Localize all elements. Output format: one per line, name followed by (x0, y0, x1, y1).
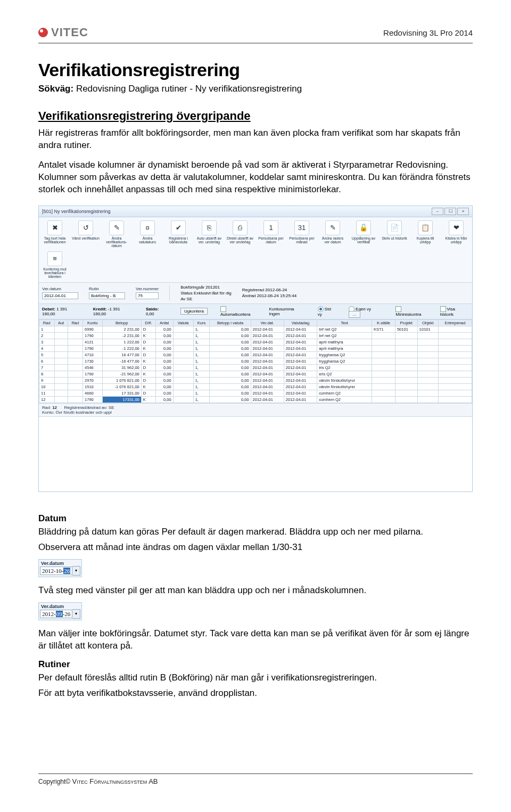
sokvag-label: Sökväg: (38, 84, 73, 94)
midsteps-paragraph: Två steg med vänster pil ger att man kan… (38, 585, 473, 597)
verdatum-input-1[interactable]: 2012-10-26 (40, 567, 72, 575)
toolbar-button[interactable]: ¤Ändra valutakurs (134, 220, 161, 248)
close-button[interactable]: × (457, 208, 469, 215)
column-header[interactable]: Rad (39, 319, 55, 326)
debet-label: Debet: (42, 307, 55, 311)
foot-konto-label: Konto: (42, 410, 54, 415)
maximize-button[interactable]: ☐ (444, 208, 456, 215)
verdatum-field-1: Ver.datum 2012-10-26 ▾ (38, 559, 82, 577)
column-header[interactable]: Rad (68, 319, 83, 326)
column-header[interactable]: Valutadag (284, 319, 317, 326)
stdvy-radio[interactable] (318, 306, 324, 312)
toolbar-icon: ✔ (171, 220, 186, 235)
toolbar-button[interactable]: ✖Tag bort hela verifikationen (41, 220, 69, 248)
column-header[interactable]: D/K (141, 319, 155, 326)
toolbar-label: Registrera i bånavsluta (164, 236, 192, 244)
minimize-button[interactable]: – (432, 208, 443, 215)
header-rule (38, 43, 473, 44)
toolbar-icon: ≡ (47, 251, 62, 266)
column-header[interactable]: Projekt (395, 319, 417, 326)
vernr-label: Ver.nummer (136, 286, 159, 291)
column-header[interactable]: Objekt (417, 319, 438, 326)
minireskontra-checkbox[interactable] (395, 306, 401, 312)
table-row[interactable]: 101510-1 076 821,00K0,001,0,002012-04-01… (39, 383, 472, 390)
column-header[interactable]: Valuta (173, 319, 193, 326)
sokvag: Sökväg: Redovisning Dagliga rutiner - Ny… (38, 84, 473, 94)
verdatum-input-2[interactable]: 2012-09-26 (40, 610, 72, 618)
kontosumma-select[interactable]: Ingen (269, 311, 279, 316)
table-row[interactable]: 11466017 331,00D0,001,0,002012-04-012012… (39, 390, 472, 396)
column-header[interactable]: Belopp i valuta (210, 319, 251, 326)
meta-bar: Ver.datum2012-04-01 RutinBokföring - B V… (39, 283, 472, 304)
autokontera-checkbox[interactable] (220, 306, 226, 312)
column-header[interactable]: Aut (54, 319, 68, 326)
rutin-input[interactable]: Bokföring - B (89, 292, 125, 299)
page-header: VITEC Redovisning 3L Pro 2014 (38, 26, 473, 39)
toolbar-button[interactable]: 1Periodisera per datum (257, 220, 285, 248)
toolbar-button[interactable]: 31Periodisera per månad (288, 220, 316, 248)
toolbar-button[interactable]: 📄Skriv ut historik (381, 220, 408, 248)
av-value: SE (187, 297, 193, 301)
table-row[interactable]: 61730-16 477,00K0,001,0,002012-04-012012… (39, 358, 472, 364)
saldo-value: 0,00 (146, 311, 154, 316)
visahistorik-checkbox[interactable] (440, 306, 446, 312)
table-row[interactable]: 5471016 477,00D0,001,0,002012-04-012012-… (39, 351, 472, 358)
footer-rule (38, 773, 473, 774)
column-header[interactable]: Antal (155, 319, 173, 326)
datum-heading: Datum (38, 513, 473, 524)
table-row[interactable]: 12179017331,00K0,001,0,002012-04-012012-… (39, 396, 472, 403)
toolbar-button[interactable]: ⎙Direkt utskrift av ver underlag (226, 220, 254, 248)
table-row[interactable]: 81790-21 962,00K0,001,0,002012-04-012012… (39, 371, 472, 377)
toolbar-label: Kontering mot leve/faktura i klienten (41, 267, 69, 279)
toolbar-button[interactable]: ❤Klistra in från urklipp (442, 220, 470, 248)
column-header[interactable]: Entrepenad (438, 319, 472, 326)
toolbar-label: Ändra valutakurs (134, 236, 161, 244)
kontosumma-label: Kontosumma (269, 307, 294, 311)
toolbar-button[interactable]: 📋Kopiera till urklipp (411, 220, 439, 248)
verdatum-dropdown-1[interactable]: ▾ (72, 566, 80, 576)
toolbar-label: Tag bort hela verifikationen (41, 236, 69, 244)
app-screenshot: [501] Ny verifikationsregistrering – ☐ ×… (38, 206, 473, 492)
data-grid[interactable]: RadAutRadKontoBeloppD/KAntalValutaKursBe… (39, 319, 472, 403)
toolbar-label: Ändra raders ver datum (319, 236, 347, 244)
column-header[interactable]: Kurs (193, 319, 210, 326)
table-row[interactable]: 169902 231,00D0,001,0,002012-04-012012-0… (39, 326, 472, 332)
toolbar-label: Kopiera till urklipp (411, 236, 439, 244)
datum-paragraph-2: Observera att månad inte ändras om dagen… (38, 542, 473, 554)
ugkontera-button[interactable]: Ugkontera (180, 308, 208, 315)
product-label: Redovisning 3L Pro 2014 (383, 28, 473, 37)
toolbar-button[interactable]: 🔓Upplåsning av verifikat (350, 220, 377, 248)
toolbar-button[interactable]: ✔Registrera i bånavsluta (164, 220, 192, 248)
toolbar-label: Skriv ut historik (382, 236, 407, 240)
table-row[interactable]: 21790-2 231,00K0,001,0,002012-04-012012-… (39, 332, 472, 339)
registrerad-label: Registrerad (242, 288, 264, 292)
column-header[interactable]: Text (317, 319, 372, 326)
andrad-label: Ändrad (242, 293, 256, 298)
toolbar-icon: 1 (263, 220, 278, 235)
toolbar-button[interactable]: ⎘Auto utskrift av ver. underlag (195, 220, 223, 248)
verdatum-input[interactable]: 2012-04-01 (42, 292, 78, 299)
column-header[interactable]: Belopp (102, 319, 141, 326)
table-row[interactable]: 41790-1 222,00K0,001,0,002012-04-012012-… (39, 345, 472, 351)
toolbar-icon: ✎ (109, 220, 124, 235)
table-row[interactable]: 929701 076 821,00D0,001,0,002012-04-0120… (39, 377, 472, 383)
column-header[interactable]: K-ställe (372, 319, 395, 326)
egenvy-edit-button[interactable]: … (349, 311, 360, 318)
toolbar-button[interactable]: ✎Ändra raders ver datum (319, 220, 347, 248)
table-row[interactable]: 341211 222,00D0,001,0,002012-04-012012-0… (39, 339, 472, 345)
column-header[interactable]: Ver.dat. (251, 319, 284, 326)
verdatum-label: Ver.datum (42, 286, 78, 291)
toolbar-label: Vänd verifikation (72, 236, 100, 240)
table-row[interactable]: 7454631 962,00D0,001,0,002012-04-012012-… (39, 364, 472, 371)
foot-rad-value: 12 (52, 405, 57, 410)
toolbar-button[interactable]: ✎Ändra verifikations-datum (103, 220, 130, 248)
datum-paragraph-3: Man väljer inte bokföringsår. Datumet st… (38, 628, 473, 652)
rutiner-paragraph-1: Per default föreslås alltid rutin B (Bok… (38, 672, 473, 684)
vernr-input[interactable]: 75 (136, 292, 159, 299)
toolbar-button[interactable]: ↺Vänd verifikation (72, 220, 100, 248)
toolbar-button[interactable]: ≡Kontering mot leve/faktura i klienten (41, 251, 69, 279)
verdatum-dropdown-2[interactable]: ▾ (72, 609, 80, 619)
section-heading: Verifikationsregistrering övergripande (38, 109, 473, 123)
bokforingsar-label: Bokföringsår (180, 285, 204, 290)
column-header[interactable]: Konto (83, 319, 103, 326)
